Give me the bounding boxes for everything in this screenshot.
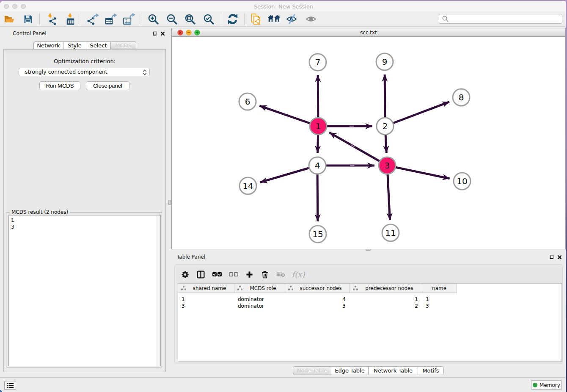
vertical-splitter-grip[interactable] (168, 200, 171, 205)
control-panel-close-icon[interactable] (160, 31, 165, 36)
gear-icon (181, 271, 189, 279)
svg-text:8: 8 (459, 92, 464, 102)
tree-icon (181, 285, 187, 291)
task-history-button[interactable] (4, 381, 16, 390)
table-cell[interactable]: dominator (238, 303, 285, 309)
zoom-selected-button[interactable] (201, 13, 216, 25)
column-header-shared-name[interactable]: shared name (178, 284, 234, 293)
network-view-window: scc.txt 1234678910111415 (171, 28, 566, 249)
column-header-MCDS-role[interactable]: MCDS role (234, 284, 285, 293)
table-panel-float-icon[interactable] (550, 255, 554, 259)
toolbar-separator (221, 13, 221, 25)
table-panel-title: Table Panel (177, 254, 205, 260)
table-cell[interactable]: 3 (426, 303, 457, 309)
tab-select[interactable]: Select (86, 41, 111, 50)
import-network-button[interactable] (44, 13, 59, 25)
table-cell[interactable]: 1 (426, 296, 457, 303)
svg-text:15: 15 (312, 229, 323, 239)
graph-edge-1-6[interactable] (259, 106, 318, 126)
graph-node-3[interactable]: 3 (379, 157, 396, 174)
graph-edge-3-10[interactable] (387, 166, 450, 179)
function-builder-button[interactable]: f(x) (291, 268, 306, 281)
graph-node-6[interactable]: 6 (239, 93, 256, 110)
tab-style[interactable]: Style (63, 41, 86, 50)
table-add-column-button[interactable] (243, 268, 256, 281)
open-session-button[interactable] (2, 13, 17, 25)
graph-node-9[interactable]: 9 (376, 53, 393, 70)
table-cell[interactable]: 2 (350, 303, 418, 309)
close-panel-button[interactable]: Close panel (86, 81, 129, 90)
tab-motifs[interactable]: Motifs (418, 366, 444, 375)
control-panel-title: Control Panel (13, 30, 47, 36)
show-eye-icon (305, 13, 317, 25)
export-network-button[interactable] (85, 13, 100, 25)
export-network-icon (86, 13, 99, 25)
list-icon (6, 382, 14, 389)
column-header-predecessor-nodes[interactable]: predecessor nodes (350, 284, 422, 293)
window-titlebar[interactable]: Session: New Session (0, 1, 567, 11)
tab-mcds[interactable]: MCDS (111, 41, 136, 50)
tree-icon (237, 285, 243, 291)
graph-node-15[interactable]: 15 (309, 226, 326, 243)
table-panel-close-icon[interactable] (557, 255, 562, 259)
zoom-in-button[interactable] (146, 13, 160, 25)
svg-text:1: 1 (316, 121, 321, 131)
table-cell[interactable]: 4 (285, 296, 346, 303)
search-input[interactable] (439, 14, 562, 24)
export-table-button[interactable] (104, 13, 118, 25)
table-delete-table-button[interactable] (275, 268, 287, 281)
network-graph[interactable]: 1234678910111415 (172, 37, 565, 249)
table-cell[interactable]: 3 (285, 303, 346, 309)
graph-node-8[interactable]: 8 (453, 89, 470, 106)
column-header-successor-nodes[interactable]: successor nodes (285, 284, 350, 293)
graph-node-14[interactable]: 14 (239, 177, 256, 194)
graph-node-2[interactable]: 2 (377, 118, 394, 135)
tab-node-table[interactable]: Node Table (293, 366, 331, 375)
graph-edge-2-8[interactable] (385, 102, 449, 126)
toolbar-separator (142, 13, 142, 25)
run-mcds-button[interactable]: Run MCDS (39, 81, 80, 90)
tab-network-table[interactable]: Network Table (369, 366, 418, 375)
first-neighbors-button[interactable] (267, 13, 281, 25)
control-panel-float-icon[interactable] (153, 31, 157, 36)
tab-network[interactable]: Network (33, 41, 63, 50)
optimization-criterion-select[interactable]: strongly connected component (19, 68, 150, 76)
export-table-icon (105, 13, 117, 25)
apply-layout-button[interactable] (226, 13, 240, 25)
graph-node-1[interactable]: 1 (310, 118, 327, 135)
table-settings-button[interactable] (179, 268, 191, 281)
table-unselect-all-button[interactable] (227, 268, 240, 281)
mcds-result-legend: MCDS result (2 nodes) (10, 209, 70, 215)
new-network-from-selection-button[interactable] (249, 13, 263, 25)
network-canvas[interactable]: 1234678910111415 (172, 37, 565, 249)
table-cell[interactable]: 1 (182, 296, 234, 303)
table-delete-column-button[interactable] (259, 268, 271, 281)
network-window-titlebar[interactable]: scc.txt (172, 28, 565, 37)
mcds-result-scrollbar[interactable] (156, 216, 160, 366)
table-cell[interactable]: 3 (182, 303, 234, 309)
zoom-fit-button[interactable] (183, 13, 197, 25)
table-cell[interactable]: dominator (238, 296, 285, 303)
mcds-result-textarea[interactable]: 1 3 (8, 215, 161, 366)
graph-node-4[interactable]: 4 (309, 157, 326, 174)
graph-node-10[interactable]: 10 (454, 173, 471, 190)
table-select-all-button[interactable] (211, 268, 223, 281)
graph-node-11[interactable]: 11 (382, 224, 399, 241)
table-split-view-button[interactable] (194, 268, 207, 281)
table-cell[interactable]: 1 (350, 296, 418, 303)
show-all-button[interactable] (304, 13, 318, 25)
node-table[interactable]: shared nameMCDS rolesuccessor nodesprede… (178, 283, 562, 362)
zoom-out-button[interactable] (165, 13, 179, 25)
hide-selected-button[interactable] (284, 13, 299, 25)
column-header-label: predecessor nodes (358, 285, 422, 291)
export-image-button[interactable] (122, 13, 136, 25)
column-header-label: MCDS role (243, 285, 285, 291)
memory-button[interactable]: Memory (531, 380, 562, 390)
edge-label-mark (350, 165, 355, 166)
graph-node-7[interactable]: 7 (309, 54, 326, 71)
column-header-name[interactable]: name (422, 284, 457, 293)
save-session-button[interactable] (21, 13, 35, 25)
graph-edge-3-1[interactable] (329, 133, 387, 166)
import-table-button[interactable] (63, 13, 77, 25)
tab-edge-table[interactable]: Edge Table (331, 366, 369, 375)
